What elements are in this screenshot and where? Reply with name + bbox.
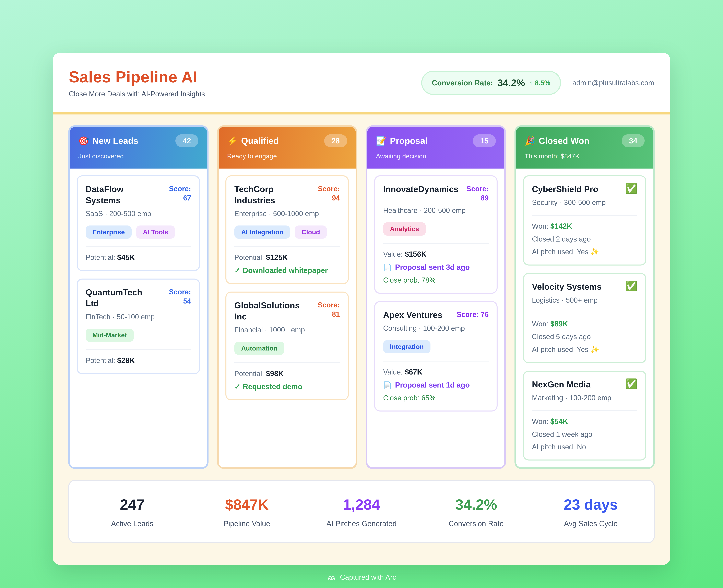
lead-name: InnovateDynamics [383, 184, 458, 195]
lightning-icon: ⚡ [227, 136, 238, 146]
card-divider [383, 243, 489, 244]
close-probability: Close prob: 65% [383, 394, 489, 402]
header-left: Sales Pipeline AI Close More Deals with … [69, 68, 205, 98]
stat-active-leads: 247 Active Leads [75, 496, 190, 528]
column-proposal: 📝 Proposal 15 Awaiting decision Innovate… [366, 125, 506, 469]
stat-value: 247 [75, 496, 190, 513]
tag-integration: Integration [383, 340, 431, 353]
lead-score: Score: 81 [311, 300, 340, 319]
lead-meta: FinTech · 50-100 emp [86, 312, 191, 322]
lead-card-techcorp[interactable]: TechCorp Industries Score: 94 Enterprise… [225, 175, 349, 284]
engagement-note: ✓ Requested demo [234, 382, 340, 391]
card-divider [234, 362, 340, 363]
stat-label: Conversion Rate [419, 519, 533, 528]
footer-caption: Captured with Arc [340, 573, 396, 581]
column-closed-won-title: 🎉 Closed Won [524, 136, 590, 146]
won-row: Won: $142K [532, 222, 638, 230]
lead-card-globalsolutions[interactable]: GlobalSolutions Inc Score: 81 Financial … [225, 292, 349, 400]
header: Sales Pipeline AI Close More Deals with … [53, 53, 670, 112]
close-probability: Close prob: 78% [383, 276, 489, 284]
lead-card-dataflow[interactable]: DataFlow Systems Score: 67 SaaS · 200-50… [77, 175, 200, 271]
deal-value: $67K [405, 368, 422, 376]
stat-value: $847K [190, 496, 304, 513]
engagement-note: ✓ Downloaded whitepaper [234, 266, 340, 275]
target-icon: 🎯 [78, 136, 89, 146]
stat-value: 23 days [533, 496, 648, 513]
card-divider [86, 246, 191, 247]
deal-value: $156K [405, 250, 427, 258]
won-check-icon: ✅ [625, 184, 637, 193]
lead-card-quantumtech[interactable]: QuantumTech Ltd Score: 54 FinTech · 50-1… [77, 278, 200, 374]
lead-name: Apex Ventures [383, 310, 442, 321]
user-email: admin@plusultralabs.com [572, 79, 654, 87]
lead-score: Score: 67 [161, 184, 191, 203]
column-new-leads: 🎯 New Leads 42 Just discovered DataFlow … [68, 125, 208, 469]
lead-meta: SaaS · 200-500 emp [86, 209, 191, 219]
card-divider [86, 349, 191, 350]
column-closed-won-count-badge: 34 [622, 134, 645, 147]
potential-row: Potential: $28K [86, 356, 191, 365]
stat-label: Avg Sales Cycle [533, 519, 648, 528]
won-card-nexgen[interactable]: NexGen Media ✅ Marketing · 100-200 emp W… [523, 371, 646, 461]
lead-name: Velocity Systems [532, 281, 602, 292]
lead-meta: Enterprise · 500-1000 emp [234, 209, 340, 219]
closed-date: Closed 1 week ago [532, 430, 638, 438]
stat-label: Active Leads [75, 519, 190, 528]
column-proposal-body: InnovateDynamics Score: 89 Healthcare · … [367, 169, 504, 418]
potential-row: Potential: $45K [86, 253, 191, 261]
proposal-sent-note: 📄 Proposal sent 1d ago [383, 381, 489, 389]
tag-ai-integration: AI Integration [234, 226, 290, 239]
lead-name: QuantumTech Ltd [86, 287, 156, 309]
column-closed-won-header: 🎉 Closed Won 34 This month: $847K [516, 127, 653, 169]
closed-date: Closed 5 days ago [532, 333, 638, 341]
lead-meta: Consulting · 100-200 emp [383, 323, 489, 333]
party-popper-icon: 🎉 [524, 136, 535, 146]
lead-card-innovatedynamics[interactable]: InnovateDynamics Score: 89 Healthcare · … [374, 175, 498, 294]
page-title: Sales Pipeline AI [69, 68, 205, 86]
lead-meta: Financial · 1000+ emp [234, 325, 340, 335]
stat-label: Pipeline Value [190, 519, 304, 528]
potential-value: $45K [117, 253, 135, 261]
value-row: Value: $67K [383, 368, 489, 376]
won-check-icon: ✅ [625, 281, 637, 291]
header-right: Conversion Rate: 34.2% ↑ 8.5% admin@plus… [421, 71, 654, 95]
lead-card-apex-ventures[interactable]: Apex Ventures Score: 76 Consulting · 100… [374, 301, 498, 412]
won-card-velocity[interactable]: Velocity Systems ✅ Logistics · 500+ emp … [523, 273, 646, 363]
lead-meta: Logistics · 500+ emp [532, 295, 638, 305]
page-subtitle: Close More Deals with AI-Powered Insight… [69, 90, 205, 98]
lead-score: Score: 54 [160, 288, 191, 306]
conversion-rate-label: Conversion Rate: [432, 79, 493, 87]
lead-name: NexGen Media [532, 379, 591, 390]
lead-name: TechCorp Industries [234, 184, 308, 206]
column-new-leads-title: 🎯 New Leads [78, 136, 138, 146]
lead-score: Score: 94 [311, 184, 340, 203]
column-new-leads-body: DataFlow Systems Score: 67 SaaS · 200-50… [70, 169, 207, 381]
column-proposal-header: 📝 Proposal 15 Awaiting decision [367, 127, 504, 169]
card-divider [383, 361, 489, 361]
won-value: $89K [550, 320, 568, 328]
page: Sales Pipeline AI Close More Deals with … [0, 53, 723, 588]
stat-label: AI Pitches Generated [304, 519, 419, 528]
potential-value: $125K [266, 253, 288, 261]
value-row: Value: $156K [383, 250, 489, 258]
ai-pitch-used: AI pitch used: Yes ✨ [532, 345, 638, 354]
lead-meta: Healthcare · 200-500 emp [383, 206, 489, 215]
proposal-sent-note: 📄 Proposal sent 3d ago [383, 263, 489, 271]
app-panel: Sales Pipeline AI Close More Deals with … [53, 53, 670, 565]
tag-enterprise: Enterprise [86, 226, 131, 239]
tag-cloud: Cloud [295, 226, 327, 239]
card-divider [532, 215, 638, 216]
won-card-cybershield[interactable]: CyberShield Pro ✅ Security · 300-500 emp… [523, 175, 646, 266]
lead-score: Score: 76 [457, 310, 489, 319]
won-value: $142K [550, 222, 572, 230]
column-qualified-body: TechCorp Industries Score: 94 Enterprise… [219, 169, 356, 407]
won-row: Won: $89K [532, 320, 638, 328]
stat-ai-pitches: 1,284 AI Pitches Generated [304, 496, 419, 528]
lead-meta: Marketing · 100-200 emp [532, 393, 638, 403]
column-closed-won-body: CyberShield Pro ✅ Security · 300-500 emp… [516, 169, 653, 467]
potential-value: $28K [117, 356, 135, 364]
column-closed-won-subtitle: This month: $847K [524, 152, 645, 160]
column-new-leads-subtitle: Just discovered [78, 152, 199, 160]
closed-date: Closed 2 days ago [532, 235, 638, 243]
ai-pitch-used: AI pitch used: No [532, 443, 638, 451]
